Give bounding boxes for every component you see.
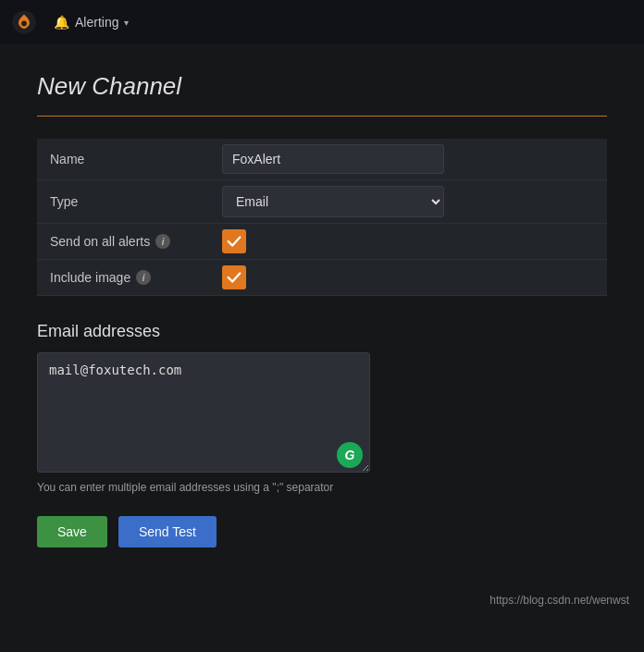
email-helper-text: You can enter multiple email addresses u… (37, 481, 370, 494)
save-button[interactable]: Save (37, 516, 107, 547)
send-all-alerts-checkbox[interactable] (222, 229, 246, 253)
include-image-input-cell (213, 260, 607, 296)
include-image-label-cell: Include image i (37, 260, 213, 296)
grammarly-button[interactable]: G (337, 442, 363, 468)
alerting-menu-button[interactable]: 🔔 Alerting ▾ (44, 9, 138, 35)
type-row: Type Email Slack PagerDuty Webhook OpsGe… (37, 180, 607, 224)
type-select[interactable]: Email Slack PagerDuty Webhook OpsGenie (222, 186, 444, 217)
email-section-title: Email addresses (37, 322, 607, 341)
name-input-cell (213, 139, 607, 180)
email-textarea[interactable]: mail@foxutech.com (37, 352, 370, 473)
type-label: Type (37, 180, 213, 224)
channel-form: Name Type Email Slack PagerDuty Webhook … (37, 139, 607, 296)
name-label: Name (37, 139, 213, 180)
app-logo[interactable] (7, 6, 41, 39)
footer-url: https://blog.csdn.net/wenwst (489, 594, 629, 607)
send-test-button[interactable]: Send Test (118, 516, 217, 547)
include-image-checkbox[interactable] (222, 265, 246, 289)
grammarly-icon: G (345, 448, 355, 462)
email-section: Email addresses mail@foxutech.com G You … (37, 322, 607, 494)
main-content: New Channel Name Type Email Slack PagerD… (0, 44, 644, 575)
send-all-alerts-input-cell (213, 224, 607, 260)
email-textarea-wrap: mail@foxutech.com G (37, 352, 370, 475)
name-input[interactable] (222, 144, 444, 174)
include-image-row: Include image i (37, 260, 607, 296)
include-image-info-icon[interactable]: i (136, 270, 151, 285)
svg-point-1 (21, 21, 27, 27)
send-all-alerts-row: Send on all alerts i (37, 224, 607, 260)
send-all-alerts-info-icon[interactable]: i (155, 234, 170, 249)
topnav: 🔔 Alerting ▾ (0, 0, 644, 44)
title-divider (37, 116, 607, 117)
include-image-label: Include image (50, 270, 130, 285)
type-input-cell: Email Slack PagerDuty Webhook OpsGenie (213, 180, 607, 224)
alerting-icon: 🔔 (54, 15, 69, 30)
send-all-alerts-label: Send on all alerts (50, 234, 150, 249)
alerting-caret-icon: ▾ (124, 18, 129, 28)
send-all-alerts-label-cell: Send on all alerts i (37, 224, 213, 260)
footer: https://blog.csdn.net/wenwst (0, 584, 644, 616)
page-title: New Channel (37, 72, 607, 101)
alerting-label: Alerting (75, 15, 118, 30)
button-row: Save Send Test (37, 516, 607, 547)
name-row: Name (37, 139, 607, 180)
